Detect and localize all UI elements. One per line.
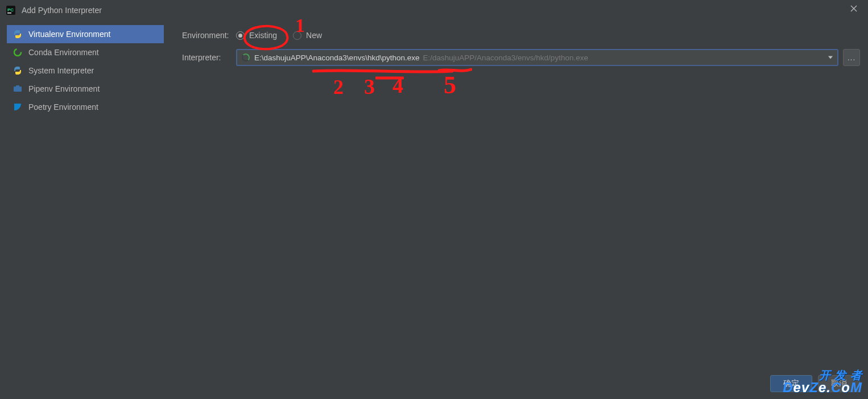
python-icon [13, 29, 23, 39]
sidebar: Virtualenv Environment Conda Environment… [0, 20, 171, 399]
dialog-body: Virtualenv Environment Conda Environment… [0, 20, 868, 399]
radio-circle-icon [293, 31, 301, 40]
sidebar-item-label: System Interpreter [28, 66, 94, 75]
main-panel: Environment: Existing New Interpreter: E… [171, 20, 868, 399]
interpreter-value: E:\dashujuAPP\Anaconda3\envs\hkd\python.… [254, 54, 419, 62]
sidebar-item-conda[interactable]: Conda Environment [7, 43, 164, 61]
sidebar-item-system[interactable]: System Interpreter [7, 61, 164, 80]
dialog-buttons: 确定 取消 [770, 375, 860, 392]
sidebar-item-label: Pipenv Environment [28, 84, 100, 93]
interpreter-placeholder: E:/dashujuAPP/Anaconda3/envs/hkd/python.… [423, 54, 588, 62]
radio-label: New [306, 31, 322, 40]
sidebar-item-label: Poetry Environment [28, 102, 98, 112]
cancel-button[interactable]: 取消 [818, 375, 860, 392]
window-title: Add Python Interpreter [22, 6, 102, 15]
svg-text:PC: PC [7, 7, 14, 13]
pipenv-icon [13, 84, 23, 94]
browse-button[interactable]: ... [843, 49, 860, 66]
python-icon [13, 65, 23, 76]
chevron-down-icon [828, 56, 833, 59]
radio-new[interactable]: New [293, 31, 322, 40]
environment-row: Environment: Existing New [182, 31, 860, 40]
environment-label: Environment: [182, 31, 236, 40]
radio-label: Existing [249, 31, 277, 40]
interpreter-dropdown[interactable]: E:\dashujuAPP\Anaconda3\envs\hkd\python.… [236, 49, 838, 66]
sidebar-item-poetry[interactable]: Poetry Environment [7, 98, 164, 116]
interpreter-label: Interpreter: [182, 53, 236, 62]
pycharm-icon: PC [6, 5, 16, 15]
sidebar-item-pipenv[interactable]: Pipenv Environment [7, 80, 164, 98]
svg-rect-5 [16, 85, 19, 87]
radio-existing[interactable]: Existing [236, 31, 277, 40]
environment-radio-group: Existing New [236, 31, 322, 40]
ok-button[interactable]: 确定 [770, 375, 812, 392]
close-button[interactable] [850, 5, 861, 16]
interpreter-row: Interpreter: E:\dashujuAPP\Anaconda3\env… [182, 49, 860, 66]
svg-rect-4 [14, 87, 22, 92]
radio-circle-icon [236, 31, 245, 40]
conda-icon [13, 47, 23, 57]
sidebar-item-label: Conda Environment [28, 48, 99, 57]
loading-spinner-icon [242, 54, 250, 61]
poetry-icon [13, 102, 23, 112]
svg-rect-2 [7, 13, 11, 14]
sidebar-item-virtualenv[interactable]: Virtualenv Environment [7, 25, 164, 43]
titlebar: PC Add Python Interpreter [0, 0, 868, 20]
sidebar-item-label: Virtualenv Environment [28, 30, 110, 39]
svg-point-3 [14, 49, 21, 56]
